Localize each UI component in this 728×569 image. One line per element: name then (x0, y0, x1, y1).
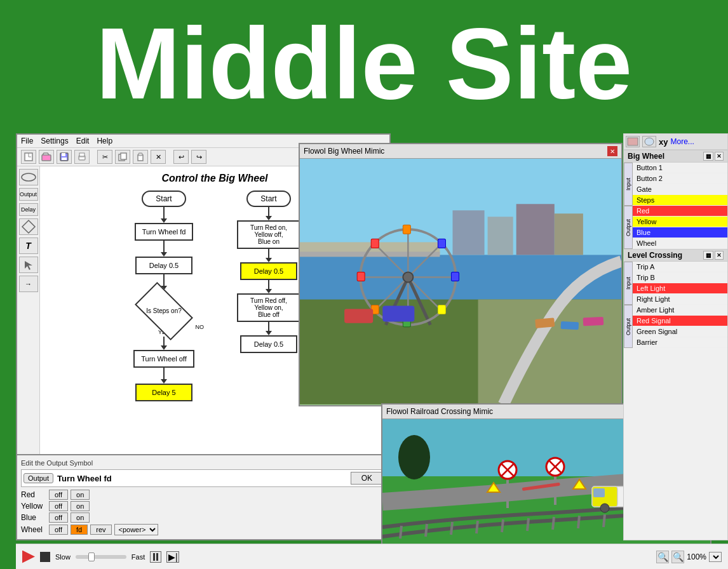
big-wheel-mimic-window: Flowol Big Wheel Mimic ✕ (299, 143, 623, 406)
svg-line-56 (603, 514, 605, 527)
svg-line-51 (476, 521, 478, 533)
svg-rect-42 (382, 306, 414, 322)
zoom-controls: 🔍 🔍 100% ▾ (656, 551, 722, 563)
zoom-percent: 100% (687, 552, 706, 561)
svg-rect-32 (451, 272, 459, 281)
pause-bar-2 (156, 553, 158, 561)
wheel-rev-btn[interactable]: rev (90, 525, 111, 535)
big-wheel-rows-wrapper: Input Button 1 Button 2 Gate Steps (624, 163, 727, 206)
cut-btn[interactable]: ✂ (97, 150, 112, 164)
svg-rect-72 (593, 488, 605, 497)
row-label-wheel: Wheel (21, 525, 46, 534)
yellow-off-btn[interactable]: off (49, 501, 68, 511)
input-label-bw: Input (624, 163, 633, 206)
edit-panel-title: Edit the Output Symbol (21, 459, 386, 467)
pause-button[interactable] (150, 551, 161, 563)
diamond-tool[interactable] (19, 218, 38, 235)
pause-bar-1 (153, 553, 155, 561)
stop-button[interactable] (40, 552, 50, 562)
wheel-off-btn[interactable]: off (49, 525, 68, 535)
lc-row-greensignal: Green Signal (633, 326, 727, 337)
bw-icon-close[interactable]: ✕ (715, 152, 724, 161)
red-off-btn[interactable]: off (49, 490, 68, 500)
save-btn[interactable] (57, 150, 72, 164)
main-container: Middle Site File Settings Edit Help (0, 0, 728, 569)
right-panel: xy More... Big Wheel ▦ ✕ Input Button 1 … (623, 133, 728, 540)
text-tool[interactable]: T (19, 238, 38, 254)
zoom-select[interactable]: ▾ (709, 552, 722, 562)
lc-icon-table[interactable]: ▦ (703, 251, 713, 260)
slow-label: Slow (55, 553, 71, 561)
lc-row-tripb: Trip B (633, 272, 727, 283)
svg-marker-14 (25, 261, 32, 270)
output-tool[interactable]: Output (19, 188, 38, 201)
level-crossing-rows: Trip A Trip B Left Light Right Light (633, 262, 727, 305)
big-wheel-close-btn[interactable]: ✕ (607, 146, 617, 156)
wheel-fd-btn[interactable]: fd (71, 525, 88, 535)
lc-icon-close[interactable]: ✕ (715, 251, 724, 260)
bw-icon-table[interactable]: ▦ (703, 152, 713, 161)
rp-icon-2 (642, 136, 656, 147)
oval-tool[interactable] (19, 169, 38, 185)
red-on-btn[interactable]: on (71, 490, 90, 500)
edit-row-yellow: Yellow off on (21, 501, 386, 511)
zoom-in-btn[interactable]: 🔍 (671, 551, 684, 563)
edit-row-wheel: Wheel off fd rev <power> (21, 524, 386, 535)
is-steps-on-node: Is Steps on? (146, 307, 182, 314)
lc-row-barrier: Barrier (633, 337, 727, 348)
turn-red-off-node: Turn Red off,Yellow on,Blue off (237, 293, 300, 322)
flow-col-left: Start Turn Wheel fd Delay 0.5 (129, 191, 199, 401)
delay-tool[interactable]: Delay (19, 203, 38, 216)
no-label: NO (196, 324, 205, 330)
svg-rect-60 (506, 476, 509, 508)
redo-btn[interactable]: ↪ (191, 150, 206, 164)
turn-wheel-fd-node: Turn Wheel fd (135, 223, 194, 241)
menu-edit[interactable]: Edit (76, 137, 90, 145)
row-label-blue: Blue (21, 513, 46, 522)
ok-button[interactable]: OK (351, 472, 383, 485)
menu-file[interactable]: File (21, 137, 33, 145)
wheel-power-select[interactable]: <power> (114, 524, 158, 535)
arrow-tool[interactable]: → (19, 276, 38, 292)
delay-05-node-1: Delay 0.5 (135, 257, 192, 274)
level-crossing-output-rows: Amber Light Red Signal Green Signal Barr… (633, 305, 727, 348)
lc-row-rightlight: Right Light (633, 294, 727, 305)
svg-rect-43 (535, 318, 555, 328)
yellow-on-btn[interactable]: on (71, 501, 90, 511)
undo-btn[interactable]: ↩ (173, 150, 189, 164)
lc-row-redsignal: Red Signal (633, 316, 727, 326)
svg-line-48 (400, 526, 401, 539)
select-tool[interactable] (19, 257, 38, 273)
output-label-bw: Output (624, 206, 633, 249)
svg-rect-35 (371, 239, 379, 248)
copy-btn[interactable] (115, 150, 130, 164)
rp-more-link[interactable]: More... (670, 137, 694, 146)
speed-slider[interactable] (76, 555, 126, 559)
svg-line-55 (578, 516, 579, 528)
step-forward-button[interactable]: ▶| (166, 551, 179, 563)
bw-row-blue: Blue (633, 227, 727, 238)
menu-help[interactable]: Help (97, 137, 112, 145)
play-button[interactable] (22, 551, 35, 563)
speed-handle[interactable] (88, 552, 95, 561)
zoom-out-btn[interactable]: 🔍 (656, 551, 669, 563)
start-node-2: Start (246, 191, 291, 207)
bw-row-gate: Gate (633, 184, 727, 195)
svg-point-79 (398, 435, 430, 479)
svg-rect-3 (62, 153, 65, 156)
open-btn[interactable] (39, 150, 54, 164)
delete-btn[interactable]: ✕ (151, 150, 166, 164)
bottom-toolbar: Slow Fast ▶| 🔍 🔍 100% ▾ (16, 544, 728, 569)
edit-name: Turn Wheel fd (57, 474, 347, 483)
print-btn[interactable] (74, 150, 90, 164)
svg-rect-64 (554, 473, 556, 505)
delay-05-node-3: Delay 0.5 (240, 335, 297, 353)
new-btn[interactable] (21, 150, 36, 164)
blue-on-btn[interactable]: on (71, 512, 90, 523)
menu-settings[interactable]: Settings (41, 137, 68, 145)
level-crossing-section-header: Level Crossing ▦ ✕ (624, 249, 727, 262)
svg-rect-31 (357, 272, 365, 281)
diamond-wrapper: Is Steps on? NO (129, 290, 199, 331)
blue-off-btn[interactable]: off (49, 512, 68, 523)
paste-btn[interactable] (133, 150, 148, 164)
